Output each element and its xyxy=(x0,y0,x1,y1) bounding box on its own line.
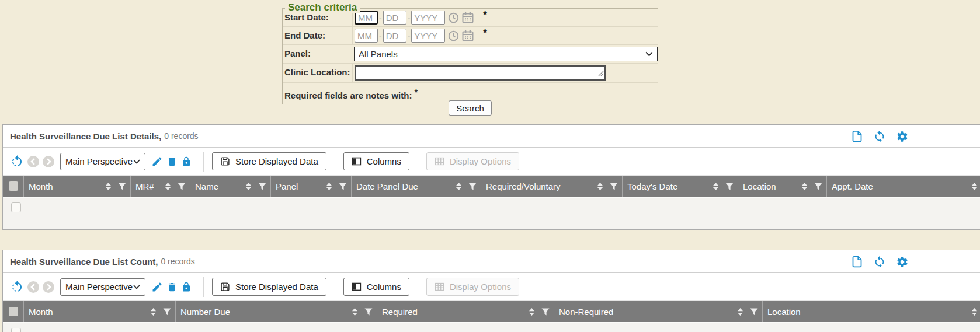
sort-icon[interactable] xyxy=(326,182,332,191)
end-date-year-input[interactable] xyxy=(411,29,445,43)
search-button[interactable]: Search xyxy=(449,100,492,116)
empty-table-row xyxy=(3,198,980,229)
column-header-label: Panel xyxy=(276,181,298,191)
filter-icon[interactable] xyxy=(610,183,618,190)
filter-icon[interactable] xyxy=(339,183,347,190)
filter-icon[interactable] xyxy=(468,183,477,190)
next-perspective-icon[interactable] xyxy=(43,156,54,167)
column-header-date-panel-due: Date Panel Due xyxy=(352,176,481,197)
panel-title-bar: Health Surveillance Due List Count, 0 re… xyxy=(3,250,980,273)
end-date-day-input[interactable] xyxy=(383,29,406,43)
sort-icon[interactable] xyxy=(713,182,719,191)
required-marker: * xyxy=(415,87,418,97)
filter-icon[interactable] xyxy=(163,308,171,316)
reset-perspective-icon[interactable] xyxy=(10,155,24,169)
edit-pencil-icon[interactable] xyxy=(151,156,163,167)
column-header-appt-date: Appt. Date xyxy=(827,176,980,197)
column-header-location: Location xyxy=(738,176,827,197)
column-header-label: Appt. Date xyxy=(832,181,873,191)
row-checkbox[interactable] xyxy=(11,328,21,332)
gear-icon[interactable] xyxy=(896,130,909,143)
store-displayed-data-button[interactable]: Store Displayed Data xyxy=(212,152,326,170)
sort-icon[interactable] xyxy=(529,307,535,316)
columns-button[interactable]: Columns xyxy=(343,152,409,170)
document-icon[interactable] xyxy=(851,130,863,142)
trash-icon[interactable] xyxy=(166,156,178,167)
clock-icon[interactable] xyxy=(448,30,459,41)
end-date-row: End Date: - - * xyxy=(283,27,658,45)
columns-icon xyxy=(352,156,362,166)
sort-icon[interactable] xyxy=(456,182,462,191)
column-header-label: Today's Date xyxy=(627,181,677,191)
filter-icon[interactable] xyxy=(750,308,758,316)
store-displayed-data-button[interactable]: Store Displayed Data xyxy=(212,278,326,296)
clock-icon[interactable] xyxy=(448,12,459,23)
toolbar-divider xyxy=(203,152,204,172)
row-checkbox[interactable] xyxy=(11,202,21,212)
display-options-button[interactable]: Display Options xyxy=(426,278,519,296)
previous-perspective-icon[interactable] xyxy=(27,281,39,293)
filter-icon[interactable] xyxy=(814,183,822,190)
sort-icon[interactable] xyxy=(165,182,171,191)
date-separator: - xyxy=(408,13,411,22)
panel-select[interactable]: All Panels xyxy=(354,47,658,61)
column-header-label: Required xyxy=(382,307,418,317)
column-header-location: Location xyxy=(763,301,980,322)
clinic-location-label: Clinic Location: xyxy=(283,64,352,82)
perspective-select-value: Main Perspective xyxy=(65,282,133,292)
required-marker: * xyxy=(483,27,487,39)
table-header-row: MonthMR#NamePanelDate Panel DueRequired/… xyxy=(3,176,980,198)
end-date-month-input[interactable] xyxy=(355,29,378,43)
panel-title-bar: Health Surveillance Due List Details, 0 … xyxy=(3,125,980,148)
select-all-checkbox[interactable] xyxy=(9,181,18,191)
search-criteria-fieldset: Search criteria Start Date: - - * End Da… xyxy=(282,8,658,104)
clinic-location-input[interactable] xyxy=(355,65,606,81)
toolbar-divider xyxy=(418,152,418,172)
calendar-icon[interactable] xyxy=(462,30,474,41)
reset-perspective-icon[interactable] xyxy=(10,280,24,294)
column-header-label: Month xyxy=(29,307,53,317)
previous-perspective-icon[interactable] xyxy=(27,156,39,167)
display-options-button[interactable]: Display Options xyxy=(426,152,519,170)
filter-icon[interactable] xyxy=(541,308,550,316)
lock-icon[interactable] xyxy=(181,281,192,293)
start-date-year-input[interactable] xyxy=(411,11,445,25)
sort-icon[interactable] xyxy=(971,182,978,191)
column-header-label: Non-Required xyxy=(559,307,613,317)
edit-pencil-icon[interactable] xyxy=(151,281,163,293)
filter-icon[interactable] xyxy=(178,183,186,190)
start-date-day-input[interactable] xyxy=(383,11,406,25)
table-toolbar: Main Perspective Store Displayed Data Co… xyxy=(3,148,980,176)
perspective-select[interactable]: Main Perspective xyxy=(60,278,145,296)
sort-icon[interactable] xyxy=(801,182,808,191)
sort-icon[interactable] xyxy=(352,307,358,316)
refresh-icon[interactable] xyxy=(873,256,886,268)
filter-icon[interactable] xyxy=(725,183,734,190)
sort-icon[interactable] xyxy=(971,307,978,316)
filter-icon[interactable] xyxy=(258,183,266,190)
sort-icon[interactable] xyxy=(597,182,603,191)
save-floppy-icon xyxy=(220,282,230,292)
column-header-label: MR# xyxy=(135,181,154,191)
sort-icon[interactable] xyxy=(105,182,112,191)
sort-icon[interactable] xyxy=(150,307,157,316)
filter-icon[interactable] xyxy=(118,183,126,190)
filter-icon[interactable] xyxy=(364,308,373,316)
sort-icon[interactable] xyxy=(245,182,252,191)
refresh-icon[interactable] xyxy=(873,130,886,143)
calendar-icon[interactable] xyxy=(462,12,474,23)
trash-icon[interactable] xyxy=(166,281,178,293)
next-perspective-icon[interactable] xyxy=(43,281,54,293)
save-floppy-icon xyxy=(220,156,230,166)
sort-icon[interactable] xyxy=(737,307,743,316)
document-icon[interactable] xyxy=(851,256,863,268)
search-criteria-legend: Search criteria xyxy=(285,2,360,13)
select-all-checkbox[interactable] xyxy=(9,307,18,316)
gear-icon[interactable] xyxy=(896,256,909,268)
perspective-select[interactable]: Main Perspective xyxy=(60,153,145,170)
columns-button[interactable]: Columns xyxy=(343,278,409,296)
column-header-today-s-date: Today's Date xyxy=(623,176,738,197)
toolbar-divider xyxy=(203,277,204,297)
header-checkbox-cell xyxy=(3,301,24,322)
lock-icon[interactable] xyxy=(181,156,192,167)
